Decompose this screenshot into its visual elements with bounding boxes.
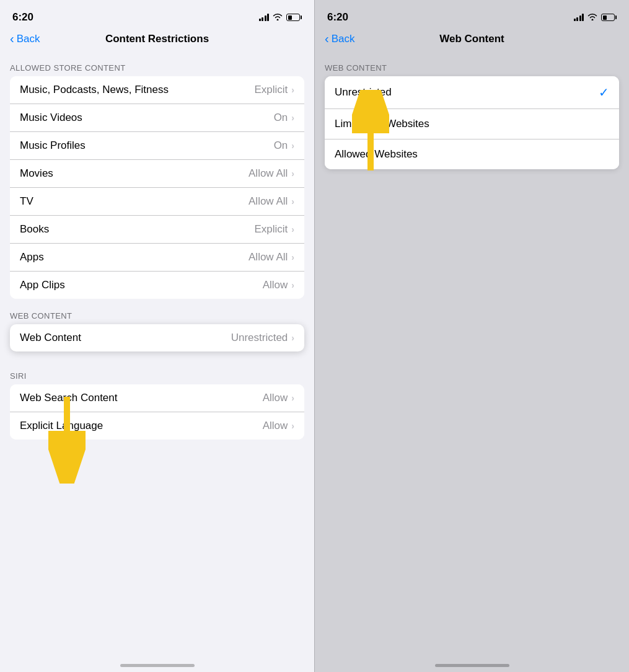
list-item[interactable]: Web Search Content Allow › [10,384,304,412]
web-content-value: Unrestricted [231,332,288,344]
chevron-right-icon: › [291,421,294,431]
list-item[interactable]: Books Explicit › [10,216,304,244]
back-chevron-icon: ‹ [10,32,14,46]
home-indicator [435,664,509,667]
list-item[interactable]: Explicit Language Allow › [10,412,304,440]
explicit-language-label: Explicit Language [20,420,103,432]
web-search-value: Allow [263,392,288,404]
home-indicator [120,664,195,667]
right-web-content-header: WEB CONTENT [315,53,629,76]
signal-icon [259,14,270,21]
chevron-right-icon: › [291,252,294,262]
web-content-options-list: Unrestricted ✓ Limit Adult Websites Allo… [325,76,619,169]
app-clips-value: Allow [263,279,288,291]
chevron-right-icon: › [291,197,294,206]
left-nav-bar: ‹ Back Content Restrictions [0,30,314,53]
tv-value: Allow All [249,195,288,208]
tv-label: TV [20,195,33,208]
checkmark-icon: ✓ [599,85,609,100]
right-panel: 6:20 [315,0,629,672]
web-content-label: Web Content [20,332,81,344]
limit-adult-label: Limit Adult Websites [335,118,429,130]
right-back-label: Back [332,33,355,45]
left-panel: 6:20 [0,0,314,672]
list-item[interactable]: Apps Allow All › [10,244,304,272]
list-item[interactable]: App Clips Allow › [10,272,304,299]
battery-icon [601,14,617,21]
chevron-right-icon: › [291,280,294,290]
right-status-icons [574,13,617,22]
limit-adult-option[interactable]: Limit Adult Websites [325,109,619,139]
left-status-bar: 6:20 [0,0,314,30]
allowed-websites-option[interactable]: Allowed Websites [325,139,619,169]
chevron-right-icon: › [291,169,294,179]
music-podcasts-value: Explicit [254,84,288,96]
left-nav-title: Content Restrictions [105,33,209,45]
wifi-icon [273,13,283,22]
music-videos-label: Music Videos [20,112,82,124]
left-time: 6:20 [12,11,33,24]
web-search-label: Web Search Content [20,392,118,404]
allowed-websites-label: Allowed Websites [335,148,418,161]
chevron-right-icon: › [291,224,294,234]
list-item[interactable]: Music, Podcasts, News, Fitness Explicit … [10,76,304,104]
list-item[interactable]: TV Allow All › [10,188,304,216]
chevron-right-icon: › [291,393,294,403]
chevron-right-icon: › [291,113,294,123]
back-chevron-icon: ‹ [325,32,329,46]
wifi-icon [587,13,597,22]
right-nav-title: Web Content [439,33,504,45]
movies-label: Movies [20,167,53,180]
books-value: Explicit [254,223,288,236]
unrestricted-option[interactable]: Unrestricted ✓ [325,76,619,109]
unrestricted-label: Unrestricted [335,86,392,99]
right-nav-bar: ‹ Back Web Content [315,30,629,53]
web-content-row[interactable]: Web Content Unrestricted › [10,324,304,351]
siri-header: SIRI [0,361,314,384]
chevron-right-icon: › [291,85,294,95]
left-status-icons [259,13,302,22]
list-item[interactable]: Music Videos On › [10,104,304,132]
battery-icon [286,14,302,21]
music-profiles-value: On [274,139,288,152]
list-item[interactable]: Movies Allow All › [10,160,304,188]
music-podcasts-label: Music, Podcasts, News, Fitness [20,84,169,96]
allowed-store-content-header: ALLOWED STORE CONTENT [0,53,314,76]
chevron-right-icon: › [291,141,294,151]
left-back-label: Back [17,33,40,45]
right-status-bar: 6:20 [315,0,629,30]
right-time: 6:20 [327,11,348,24]
music-profiles-label: Music Profiles [20,139,86,152]
allowed-store-content-list: Music, Podcasts, News, Fitness Explicit … [10,76,304,299]
signal-icon [574,14,584,21]
siri-list: Web Search Content Allow › Explicit Lang… [10,384,304,440]
left-back-button[interactable]: ‹ Back [10,32,40,46]
explicit-language-value: Allow [263,420,288,432]
books-label: Books [20,223,49,236]
music-videos-value: On [274,112,288,124]
movies-value: Allow All [249,167,288,180]
list-item[interactable]: Music Profiles On › [10,132,304,160]
right-back-button[interactable]: ‹ Back [325,32,354,46]
apps-label: Apps [20,251,44,263]
chevron-right-icon: › [291,333,294,343]
app-clips-label: App Clips [20,279,65,291]
apps-value: Allow All [249,251,288,263]
web-content-header: WEB CONTENT [0,301,314,324]
